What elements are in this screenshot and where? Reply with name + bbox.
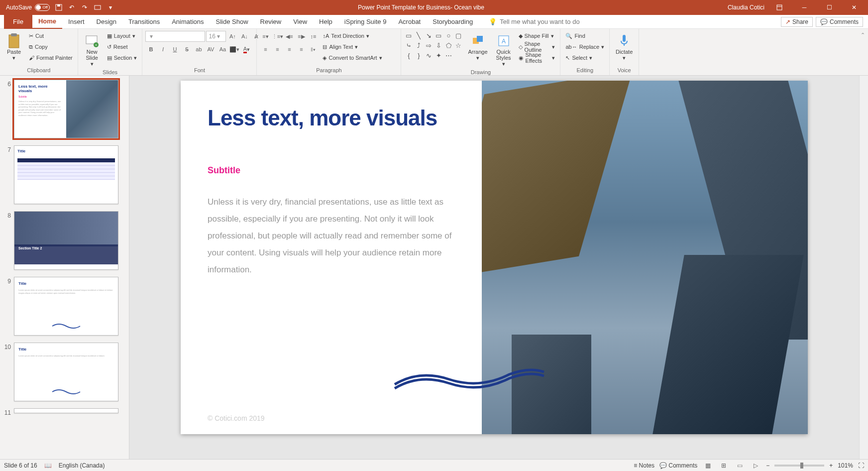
vertical-scrollbar[interactable]: [859, 76, 868, 459]
decrease-font-icon[interactable]: A↓: [239, 31, 250, 42]
comments-button[interactable]: 💬Comments: [816, 17, 863, 27]
slide-thumbnail-9[interactable]: TitleLorem ipsum dolor sit amet consecte…: [14, 277, 118, 336]
fit-to-window-icon[interactable]: ⛶: [858, 462, 864, 469]
share-button[interactable]: ↗Share: [781, 17, 813, 27]
highlight-icon[interactable]: ⬛▾: [229, 44, 240, 55]
comments-button[interactable]: 💬 Comments: [659, 462, 697, 469]
save-icon[interactable]: [55, 3, 63, 11]
tab-help[interactable]: Help: [313, 15, 338, 29]
replace-button[interactable]: ab↔Replace▾: [563, 42, 606, 52]
section-button[interactable]: ▤Section▾: [105, 53, 139, 63]
slide-thumbnail-10[interactable]: TitleLorem ipsum dolor sit amet consecte…: [14, 343, 118, 401]
dictate-button[interactable]: Dictate▾: [613, 31, 636, 63]
shape-rectangle-icon[interactable]: ▭: [434, 31, 443, 40]
align-left-icon[interactable]: ≡: [260, 44, 271, 55]
reset-button[interactable]: ↺Reset: [105, 42, 139, 52]
shadow-icon[interactable]: ab: [193, 44, 204, 55]
slide-thumbnail-11[interactable]: [14, 408, 118, 413]
shape-outline-button[interactable]: ◇Shape Outline▾: [517, 42, 557, 52]
tab-review[interactable]: Review: [254, 15, 288, 29]
notes-button[interactable]: ≡ Notes: [634, 462, 654, 469]
find-button[interactable]: 🔍Find: [563, 31, 606, 41]
tab-insert[interactable]: Insert: [62, 15, 91, 29]
tab-slideshow[interactable]: Slide Show: [210, 15, 254, 29]
slide-thumbnail-6[interactable]: Less text, more visuals Subtitle Unless …: [14, 80, 118, 138]
increase-indent-icon[interactable]: ≡▶: [296, 31, 307, 42]
collapse-ribbon-icon[interactable]: ⌃: [858, 29, 868, 75]
line-spacing-icon[interactable]: ↕≡: [308, 31, 319, 42]
shape-connector-icon[interactable]: ⤷: [404, 41, 413, 50]
shape-curve-icon[interactable]: ∿: [424, 51, 433, 60]
columns-icon[interactable]: ⫴▾: [308, 44, 319, 55]
strikethrough-icon[interactable]: S̶: [181, 44, 192, 55]
shape-effects-button[interactable]: ◉Shape Effects▾: [517, 53, 557, 63]
slide-body-text[interactable]: Unless it is very dry, financial present…: [208, 194, 462, 278]
shape-brace2-icon[interactable]: }: [414, 51, 423, 60]
tab-view[interactable]: View: [287, 15, 313, 29]
convert-smartart-button[interactable]: ◈Convert to SmartArt▾: [321, 53, 384, 63]
copy-button[interactable]: ⧉Copy: [27, 42, 75, 52]
change-case-icon[interactable]: Aa: [217, 44, 228, 55]
paste-button[interactable]: Paste▾: [3, 31, 25, 63]
slide-editor[interactable]: Less text, more visuals Subtitle Unless …: [129, 76, 859, 459]
autosave-toggle[interactable]: AutoSave Off: [6, 4, 50, 11]
align-text-button[interactable]: ⊟Align Text▾: [321, 42, 384, 52]
slide-counter[interactable]: Slide 6 of 16: [4, 462, 37, 469]
shape-line-icon[interactable]: ╲: [414, 31, 423, 40]
tell-me-search[interactable]: 💡 Tell me what you want to do: [489, 18, 579, 25]
qat-customize-icon[interactable]: ▾: [107, 3, 114, 11]
shape-elbow-icon[interactable]: ⤴: [414, 41, 423, 50]
text-direction-button[interactable]: ↕AText Direction▾: [321, 31, 384, 41]
ribbon-display-options-icon[interactable]: [769, 0, 789, 15]
format-painter-button[interactable]: 🖌Format Painter: [27, 53, 75, 63]
minimize-icon[interactable]: ─: [794, 0, 814, 15]
quick-styles-button[interactable]: A Quick Styles▾: [493, 31, 515, 69]
slide-thumbnail-8[interactable]: Section Title 2: [14, 211, 118, 270]
select-button[interactable]: ↖Select▾: [563, 53, 606, 63]
language-status[interactable]: English (Canada): [59, 462, 105, 469]
slide-sorter-view-icon[interactable]: ⊞: [718, 461, 729, 470]
shape-arrow2-icon[interactable]: ⇩: [434, 41, 443, 50]
tab-file[interactable]: File: [4, 15, 32, 29]
bold-icon[interactable]: B: [145, 44, 156, 55]
cut-button[interactable]: ✂Cut: [27, 31, 75, 41]
zoom-in-icon[interactable]: +: [829, 462, 833, 469]
shape-text-box-icon[interactable]: ▭: [404, 31, 413, 40]
bullets-icon[interactable]: ≡▾: [260, 31, 271, 42]
zoom-slider[interactable]: [774, 465, 824, 467]
slide-footer[interactable]: © Cotici.com 2019: [208, 414, 265, 422]
redo-icon[interactable]: ↷: [81, 3, 89, 11]
undo-icon[interactable]: ↶: [68, 3, 76, 11]
tab-design[interactable]: Design: [91, 15, 122, 29]
slide-title[interactable]: Less text, more visuals: [208, 106, 462, 130]
arrange-button[interactable]: Arrange▾: [465, 31, 490, 63]
reading-view-icon[interactable]: ▭: [734, 461, 745, 470]
decrease-indent-icon[interactable]: ◀≡: [284, 31, 295, 42]
tab-ispring[interactable]: iSpring Suite 9: [338, 15, 393, 29]
tab-storyboarding[interactable]: Storyboarding: [427, 15, 479, 29]
close-icon[interactable]: ✕: [844, 0, 864, 15]
shape-oval-icon[interactable]: ○: [444, 31, 453, 40]
spell-check-icon[interactable]: 📖: [44, 462, 52, 469]
slideshow-view-icon[interactable]: ▷: [750, 461, 761, 470]
justify-icon[interactable]: ≡: [296, 44, 307, 55]
new-slide-button[interactable]: + New Slide▾: [81, 31, 103, 69]
shapes-gallery[interactable]: ▭ ╲ ↘ ▭ ○ ▢ ⤷ ⤴ ⇨ ⇩ ⬠ ☆ { } ∿ ✦ ⋯: [404, 31, 463, 60]
normal-view-icon[interactable]: ▦: [702, 461, 713, 470]
shape-star-icon[interactable]: ☆: [454, 41, 463, 50]
shape-brace-icon[interactable]: {: [404, 51, 413, 60]
increase-font-icon[interactable]: A↑: [227, 31, 238, 42]
shape-freeform-icon[interactable]: ✦: [434, 51, 443, 60]
align-center-icon[interactable]: ≡: [272, 44, 283, 55]
user-name[interactable]: Claudia Cotici: [728, 4, 764, 11]
shape-callout-icon[interactable]: ⬠: [444, 41, 453, 50]
tab-home[interactable]: Home: [32, 15, 62, 29]
tab-animations[interactable]: Animations: [166, 15, 210, 29]
slide-thumbnail-7[interactable]: Title: [14, 145, 118, 204]
current-slide[interactable]: Less text, more visuals Subtitle Unless …: [181, 81, 808, 434]
italic-icon[interactable]: I: [157, 44, 168, 55]
underline-icon[interactable]: U: [169, 44, 180, 55]
shape-fill-button[interactable]: ◆Shape Fill▾: [517, 31, 557, 41]
slide-subtitle[interactable]: Subtitle: [208, 165, 462, 176]
layout-button[interactable]: ▦Layout▾: [105, 31, 139, 41]
